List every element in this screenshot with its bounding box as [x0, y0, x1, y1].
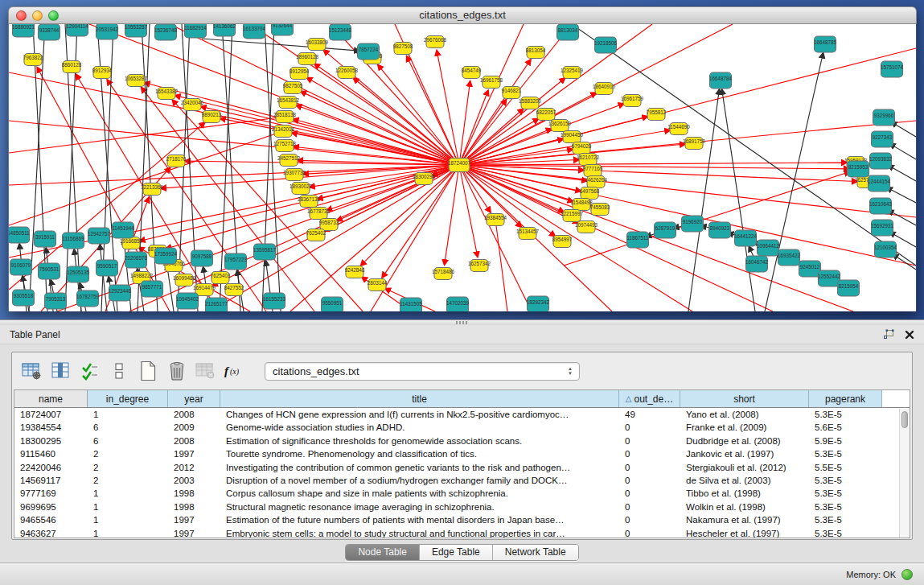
graph-node-label: 14988222	[130, 273, 154, 278]
close-window-icon[interactable]	[16, 10, 27, 21]
table-row[interactable]: 1830029562008Estimation of significance …	[14, 435, 910, 447]
graph-node-label: 18640910	[593, 84, 616, 89]
minimize-window-icon[interactable]	[32, 10, 43, 21]
traffic-lights	[16, 10, 59, 21]
graph-node-label: 9097588	[192, 253, 212, 259]
function-builder-button[interactable]: f (x)	[223, 360, 247, 382]
table-row[interactable]: 977716911998Corpus callosum shape and si…	[14, 487, 910, 500]
graph-edge[interactable]	[688, 89, 719, 311]
table-cell: 0	[619, 435, 680, 447]
table-row[interactable]: 2242004622012Investigating the contribut…	[14, 461, 910, 474]
graph-edge[interactable]	[459, 90, 488, 165]
panel-splitter[interactable]	[0, 319, 924, 325]
column-header-label: in_degree	[106, 393, 149, 405]
column-chooser-button[interactable]	[49, 360, 73, 382]
graph-node-label: 12552442	[818, 274, 841, 279]
network-svg: 1603380918960128891295498275051654381228…	[9, 24, 916, 311]
graph-node-label: 8454749	[462, 68, 482, 73]
graph-node-label: 15236748	[154, 27, 178, 33]
table-header-row: namein_degreeyeartitle△out_de…shortpager…	[14, 390, 910, 408]
table-cell: 0	[619, 513, 680, 526]
table-settings-button[interactable]	[20, 360, 44, 382]
new-document-button[interactable]	[136, 360, 160, 382]
combo-stepper-icon: ▲▼	[565, 365, 575, 378]
table-cell: 18300295	[14, 435, 88, 447]
table-row[interactable]: 946362711997Embryonic stem cells: a mode…	[14, 527, 910, 538]
table-cell: 9463627	[14, 527, 88, 538]
graph-node-label: 16441224	[734, 233, 758, 239]
graph-node-label: 16543812	[277, 97, 300, 103]
table-cell: Yano et al. (2008)	[680, 408, 809, 421]
float-panel-icon[interactable]	[883, 329, 895, 340]
table-source-select[interactable]: citations_edges.txt ▲▼	[265, 362, 580, 381]
graph-edge[interactable]	[9, 121, 459, 165]
zoom-window-icon[interactable]	[48, 10, 59, 21]
graph-node-label: 19384554	[484, 215, 507, 220]
table-row[interactable]: 1872400712008Changes of HCN gene express…	[14, 408, 910, 421]
graph-edge[interactable]	[9, 131, 283, 225]
graph-edge[interactable]	[437, 51, 459, 165]
graph-node-label: 8215953	[848, 164, 869, 170]
tab-node-table[interactable]: Node Table	[346, 545, 420, 560]
graph-edge[interactable]	[459, 163, 847, 165]
graph-edge[interactable]	[459, 24, 652, 165]
network-window-titlebar[interactable]: citations_edges.txt	[8, 6, 917, 24]
graph-node-label: 3915911	[35, 234, 55, 240]
column-header-out_de[interactable]: △out_de…	[619, 390, 680, 407]
table-tabbar: Node TableEdge TableNetwork Table	[0, 544, 924, 561]
table-cell: 1	[88, 501, 168, 513]
column-header-year[interactable]: year	[168, 390, 220, 407]
graph-edge[interactable]	[722, 89, 755, 311]
graph-edge[interactable]	[9, 72, 459, 165]
graph-edge[interactable]	[361, 165, 459, 266]
graph-edge[interactable]	[889, 144, 916, 159]
close-panel-icon[interactable]	[905, 330, 914, 340]
table-cell: 5.5E-5	[809, 461, 882, 474]
column-header-title[interactable]: title	[220, 390, 619, 407]
tab-network-table[interactable]: Network Table	[493, 545, 578, 560]
graph-node-label: 14850511	[9, 230, 30, 236]
graph-edge[interactable]	[495, 220, 507, 311]
table-cell: Genome-wide association studies in ADHD.	[220, 421, 619, 434]
graph-node-label: 9857771	[142, 284, 162, 290]
merge-rows-button[interactable]	[107, 360, 131, 382]
graph-edge[interactable]	[301, 92, 459, 165]
scrollbar-thumb[interactable]	[901, 411, 908, 428]
network-canvas[interactable]: 1603380918960128891295498275051654381228…	[9, 24, 916, 311]
table-row[interactable]: 1938455462009Genome-wide association stu…	[14, 421, 910, 434]
graph-node-label: 12325419	[561, 68, 584, 73]
graph-node-label: 10974493	[575, 222, 598, 228]
table-cell: 0	[619, 447, 680, 460]
network-window: citations_edges.txt 16033809189601288912…	[8, 6, 917, 311]
vertical-scrollbar[interactable]	[899, 409, 910, 538]
delete-button[interactable]	[165, 360, 189, 382]
table-row[interactable]: 1456911722003Disruption of a novel membe…	[14, 474, 910, 487]
graph-node-label: 6822057	[536, 109, 556, 115]
graph-edge[interactable]	[889, 165, 916, 181]
table-cell: 5.3E-5	[809, 501, 882, 513]
table-row[interactable]: 911546021997Tourette syndrome. Phenomeno…	[14, 447, 910, 460]
graph-node-label: 18292342	[527, 299, 550, 305]
table-row[interactable]: 969969511998Structural magnetic resonanc…	[14, 501, 910, 513]
table-cell: 9777169	[14, 487, 88, 500]
table-rows: 1872400712008Changes of HCN gene express…	[14, 408, 910, 538]
delete-table-button[interactable]	[194, 360, 218, 382]
graph-edge[interactable]	[564, 171, 850, 266]
select-all-button[interactable]	[78, 360, 102, 382]
graph-edge[interactable]	[445, 165, 459, 265]
column-header-in_degree[interactable]: in_degree	[88, 390, 168, 407]
column-header-name[interactable]: name	[14, 390, 88, 407]
graph-node-label: 9827505	[283, 83, 303, 89]
graph-node-label: 8215954	[839, 283, 859, 289]
table-cell: 2	[88, 447, 168, 460]
graph-edge[interactable]	[572, 24, 916, 266]
table-cell: Tibbo et al. (1998)	[680, 487, 809, 500]
column-header-pagerank[interactable]: pagerank	[809, 390, 882, 407]
column-header-short[interactable]: short	[680, 390, 809, 407]
tab-edge-table[interactable]: Edge Table	[420, 545, 493, 560]
graph-edge[interactable]	[891, 122, 916, 137]
graph-edge[interactable]	[210, 165, 459, 311]
graph-node-label: 7963822	[23, 55, 43, 60]
table-row[interactable]: 946554611997Estimation of the future num…	[14, 513, 910, 526]
graph-edge[interactable]	[893, 254, 916, 270]
